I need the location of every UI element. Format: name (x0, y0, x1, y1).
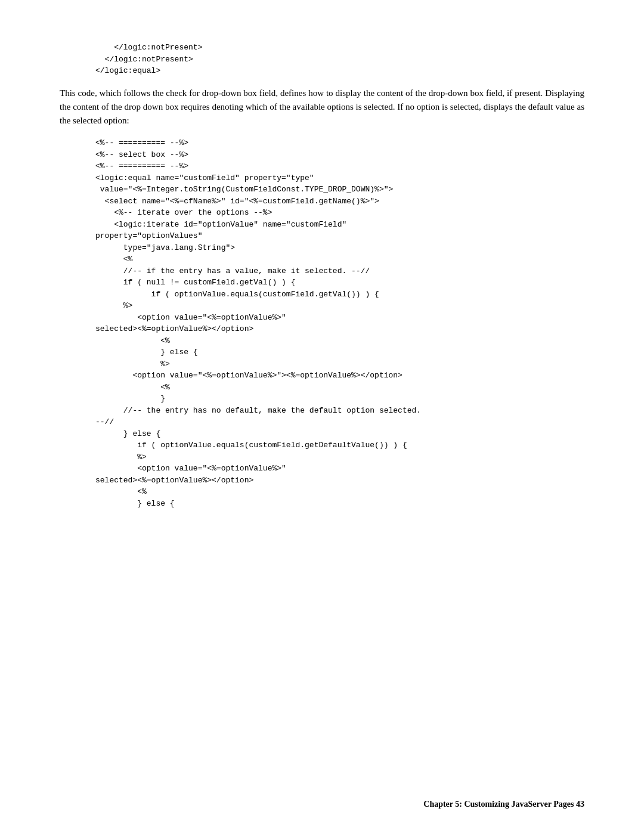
page-footer: Chapter 5: Customizing JavaServer Pages … (423, 800, 584, 809)
page-container: </logic:notPresent> </logic:notPresent> … (0, 0, 644, 566)
main-code-block: <%-- ========== --%> <%-- select box --%… (60, 137, 584, 509)
top-code-block: </logic:notPresent> </logic:notPresent> … (60, 42, 584, 77)
prose-paragraph: This code, which follows the check for d… (60, 86, 584, 128)
